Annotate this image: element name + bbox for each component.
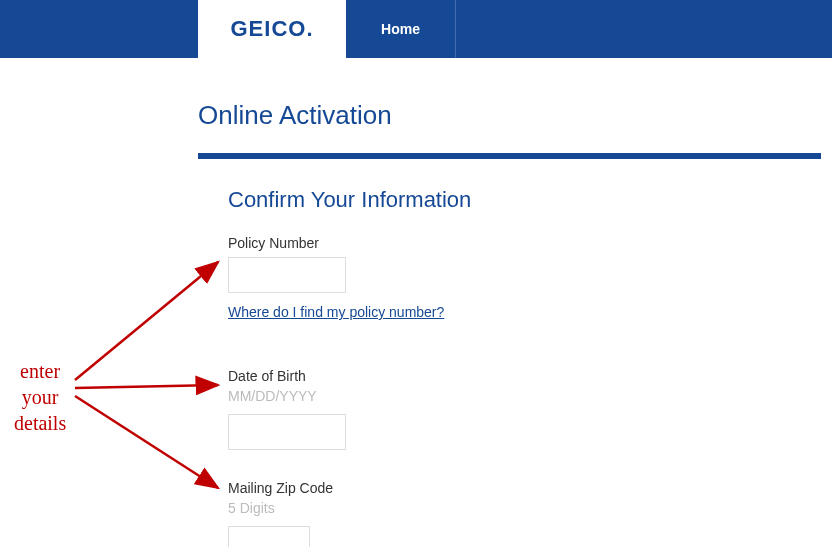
policy-label: Policy Number: [228, 235, 791, 251]
zip-hint: 5 Digits: [228, 500, 791, 516]
page-title: Online Activation: [198, 100, 822, 131]
header-spacer: [0, 0, 198, 58]
logo-text: GEICO.: [230, 16, 313, 42]
policy-input[interactable]: [228, 257, 346, 293]
content: Online Activation Confirm Your Informati…: [0, 58, 832, 547]
zip-label: Mailing Zip Code: [228, 480, 791, 496]
home-link[interactable]: Home: [381, 21, 420, 37]
nav-home[interactable]: Home: [346, 0, 456, 58]
form-card: Confirm Your Information Policy Number W…: [198, 153, 821, 547]
dob-input[interactable]: [228, 414, 346, 450]
policy-help-link[interactable]: Where do I find my policy number?: [228, 304, 444, 320]
dob-hint: MM/DD/YYYY: [228, 388, 791, 404]
zip-input[interactable]: [228, 526, 310, 547]
field-zip: Mailing Zip Code 5 Digits: [228, 480, 791, 547]
dob-label: Date of Birth: [228, 368, 791, 384]
annotation-label: enter your details: [14, 358, 66, 436]
field-dob: Date of Birth MM/DD/YYYY: [228, 368, 791, 460]
field-policy: Policy Number Where do I find my policy …: [228, 235, 791, 348]
card-title: Confirm Your Information: [228, 187, 791, 213]
annotation-line1: enter: [20, 360, 60, 382]
logo[interactable]: GEICO.: [198, 0, 346, 58]
annotation-line2: your: [22, 386, 59, 408]
header: GEICO. Home: [0, 0, 832, 58]
annotation-line3: details: [14, 412, 66, 434]
